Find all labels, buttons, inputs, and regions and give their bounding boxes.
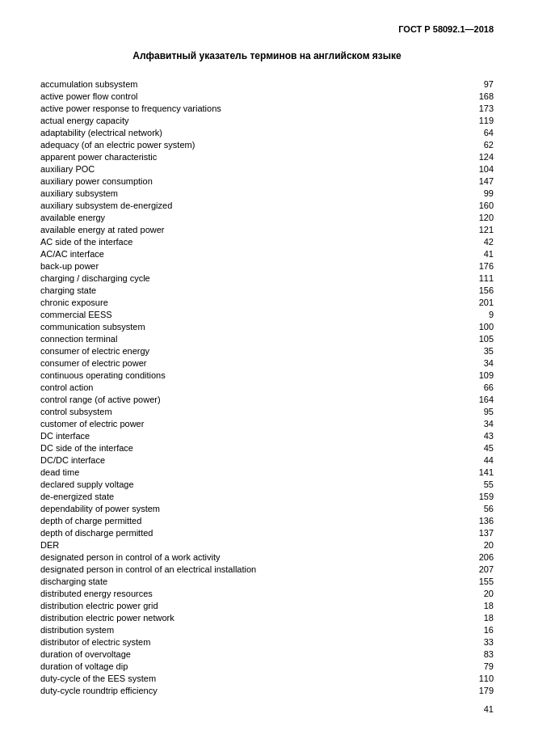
table-row: available energy at rated power121 (40, 223, 494, 235)
table-row: duration of voltage dip79 (40, 660, 494, 672)
term-cell: duration of overvoltage (40, 648, 426, 660)
page-cell: 97 (426, 78, 494, 90)
table-row: designated person in control of an elect… (40, 563, 494, 575)
term-cell: DER (40, 538, 426, 551)
term-cell: adequacy (of an electric power system) (40, 138, 426, 150)
page-cell: 16 (426, 623, 494, 636)
page-cell: 206 (426, 551, 494, 563)
term-cell: active power response to frequency varia… (40, 102, 426, 114)
term-cell: adaptability (electrical network) (40, 126, 426, 138)
page-cell: 33 (426, 636, 494, 648)
table-row: auxiliary subsystem de-energized160 (40, 199, 494, 211)
page-cell: 18 (426, 599, 494, 611)
page-cell: 147 (426, 175, 494, 187)
term-cell: declared supply voltage (40, 478, 426, 490)
table-row: control subsystem95 (40, 405, 494, 417)
page-cell: 110 (426, 672, 494, 684)
table-row: continuous operating conditions109 (40, 369, 494, 381)
table-row: control action66 (40, 381, 494, 393)
table-row: adequacy (of an electric power system)62 (40, 138, 494, 150)
term-cell: distributed energy resources (40, 587, 426, 599)
page-cell: 9 (426, 308, 494, 320)
table-row: charging state156 (40, 284, 494, 296)
term-cell: continuous operating conditions (40, 369, 426, 381)
table-row: depth of charge permitted136 (40, 514, 494, 526)
term-cell: commercial EESS (40, 308, 426, 320)
table-row: consumer of electric energy35 (40, 344, 494, 357)
page-cell: 35 (426, 344, 494, 357)
page-cell: 141 (426, 466, 494, 478)
page-cell: 136 (426, 514, 494, 526)
term-cell: designated person in control of a work a… (40, 551, 426, 563)
term-cell: DC interface (40, 429, 426, 441)
page-cell: 164 (426, 393, 494, 405)
index-table: accumulation subsystem97active power flo… (40, 78, 494, 696)
term-cell: customer of electric power (40, 417, 426, 429)
term-cell: apparent power characteristic (40, 150, 426, 163)
page-cell: 155 (426, 575, 494, 587)
page-cell: 124 (426, 150, 494, 163)
page-cell: 104 (426, 163, 494, 175)
term-cell: distribution electric power network (40, 611, 426, 623)
table-row: depth of discharge permitted137 (40, 526, 494, 538)
page-cell: 44 (426, 454, 494, 466)
page-cell: 43 (426, 429, 494, 441)
term-cell: connection terminal (40, 332, 426, 344)
page-cell: 100 (426, 320, 494, 332)
page-cell: 119 (426, 114, 494, 126)
table-row: actual energy capacity119 (40, 114, 494, 126)
table-row: accumulation subsystem97 (40, 78, 494, 90)
table-row: distribution electric power network18 (40, 611, 494, 623)
table-row: DER20 (40, 538, 494, 551)
page-cell: 55 (426, 478, 494, 490)
table-row: consumer of electric power34 (40, 357, 494, 369)
page-cell: 179 (426, 684, 494, 696)
page-cell: 121 (426, 223, 494, 235)
page-cell: 18 (426, 611, 494, 623)
page-cell: 41 (426, 247, 494, 260)
page-cell: 111 (426, 272, 494, 284)
term-cell: available energy at rated power (40, 223, 426, 235)
table-row: auxiliary POC104 (40, 163, 494, 175)
page-cell: 56 (426, 502, 494, 514)
term-cell: depth of discharge permitted (40, 526, 426, 538)
page-cell: 64 (426, 126, 494, 138)
table-row: duty-cycle of the EES system110 (40, 672, 494, 684)
page-cell: 207 (426, 563, 494, 575)
table-row: active power flow control168 (40, 90, 494, 102)
page-cell: 20 (426, 587, 494, 599)
term-cell: charging / discharging cycle (40, 272, 426, 284)
page-title: Алфавитный указатель терминов на английс… (40, 50, 494, 61)
page-cell: 160 (426, 199, 494, 211)
term-cell: AC/AC interface (40, 247, 426, 260)
term-cell: distribution system (40, 623, 426, 636)
table-row: de-energized state159 (40, 490, 494, 502)
term-cell: DC side of the interface (40, 441, 426, 454)
term-cell: duty-cycle roundtrip efficiency (40, 684, 426, 696)
table-row: chronic exposure201 (40, 296, 494, 308)
term-cell: depth of charge permitted (40, 514, 426, 526)
page-cell: 168 (426, 90, 494, 102)
table-row: DC/DC interface44 (40, 454, 494, 466)
term-cell: dead time (40, 466, 426, 478)
term-cell: back-up power (40, 260, 426, 272)
table-row: adaptability (electrical network)64 (40, 126, 494, 138)
term-cell: accumulation subsystem (40, 78, 426, 90)
term-cell: designated person in control of an elect… (40, 563, 426, 575)
term-cell: available energy (40, 211, 426, 223)
term-cell: auxiliary POC (40, 163, 426, 175)
term-cell: control range (of active power) (40, 393, 426, 405)
page-header: ГОСТ Р 58092.1—2018 (40, 24, 494, 34)
table-row: distribution electric power grid18 (40, 599, 494, 611)
table-row: auxiliary subsystem99 (40, 187, 494, 199)
table-row: distribution system16 (40, 623, 494, 636)
table-row: duty-cycle roundtrip efficiency179 (40, 684, 494, 696)
term-cell: charging state (40, 284, 426, 296)
table-row: apparent power characteristic124 (40, 150, 494, 163)
table-row: available energy120 (40, 211, 494, 223)
term-cell: distributor of electric system (40, 636, 426, 648)
table-row: distributor of electric system33 (40, 636, 494, 648)
table-row: declared supply voltage55 (40, 478, 494, 490)
table-row: designated person in control of a work a… (40, 551, 494, 563)
table-row: back-up power176 (40, 260, 494, 272)
